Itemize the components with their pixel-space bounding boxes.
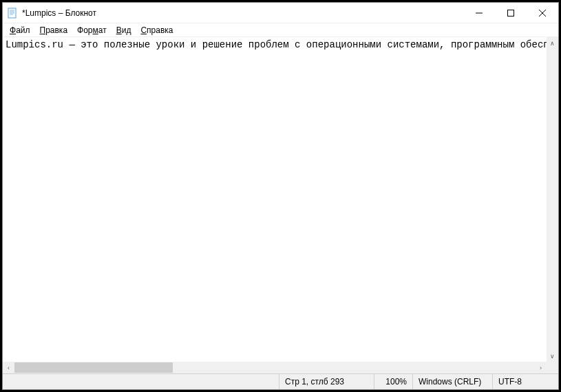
menu-view[interactable]: Вид (112, 25, 136, 36)
scroll-left-icon[interactable]: ‹ (3, 362, 14, 373)
maximize-button[interactable] (495, 3, 527, 23)
scroll-down-icon[interactable]: ∨ (547, 350, 558, 362)
close-button[interactable] (527, 3, 558, 23)
horizontal-scrollbar[interactable]: ‹ › (3, 362, 547, 373)
menu-format[interactable]: Формат (73, 25, 111, 36)
text-editor[interactable]: Lumpics.ru — это полезные уроки и решени… (3, 37, 558, 362)
hscroll-thumb[interactable] (14, 362, 173, 373)
svg-rect-6 (508, 10, 514, 16)
titlebar[interactable]: *Lumpics – Блокнот (3, 3, 558, 23)
status-position: Стр 1, стлб 293 (279, 374, 374, 389)
menu-edit[interactable]: Правка (36, 25, 72, 36)
scroll-up-icon[interactable]: ∧ (547, 37, 558, 49)
menu-file[interactable]: Файл (6, 25, 34, 36)
notepad-window: *Lumpics – Блокнот Файл Правка Формат Ви… (2, 2, 559, 390)
window-title: *Lumpics – Блокнот (22, 8, 463, 18)
scroll-corner (547, 362, 558, 373)
notepad-icon (7, 8, 18, 19)
statusbar: Стр 1, стлб 293 100% Windows (CRLF) UTF-… (3, 373, 558, 389)
menu-help[interactable]: Справка (136, 25, 177, 36)
status-zoom: 100% (374, 374, 412, 389)
hscroll-track[interactable] (14, 362, 535, 373)
scroll-right-icon[interactable]: › (535, 362, 547, 373)
vertical-scrollbar[interactable]: ∧ ∨ (547, 37, 558, 362)
window-controls (463, 3, 558, 23)
status-eol: Windows (CRLF) (412, 374, 492, 389)
status-encoding: UTF-8 (492, 374, 558, 389)
menubar: Файл Правка Формат Вид Справка (3, 23, 558, 37)
editor-area: Lumpics.ru — это полезные уроки и решени… (3, 37, 558, 373)
minimize-button[interactable] (463, 3, 495, 23)
status-spacer (3, 374, 279, 389)
vscroll-track[interactable] (547, 49, 558, 350)
